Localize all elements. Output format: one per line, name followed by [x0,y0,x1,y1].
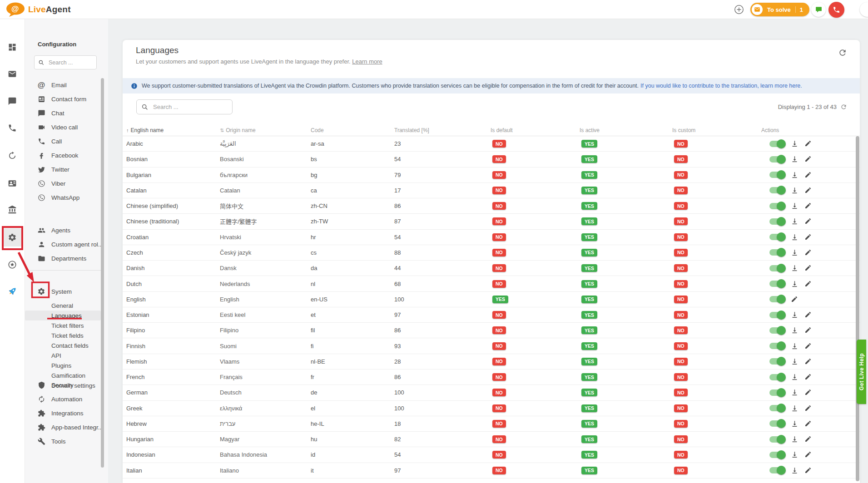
sidebar-search-input[interactable] [48,59,93,66]
sidebar-item-chat[interactable]: Chat [25,106,108,120]
active-toggle[interactable] [769,467,785,473]
edit-button[interactable] [804,404,812,412]
sidebar-item-video-call[interactable]: Video call [25,120,108,134]
edit-button[interactable] [804,451,812,458]
active-toggle[interactable] [769,172,785,178]
active-toggle[interactable] [769,343,785,349]
active-toggle[interactable] [769,327,785,334]
download-button[interactable] [791,264,799,272]
download-button[interactable] [791,155,799,163]
download-button[interactable] [791,217,799,225]
rail-item-dashboard[interactable] [6,41,19,54]
download-button[interactable] [791,404,799,412]
column-header-code[interactable]: Code [311,127,394,133]
refresh-icon[interactable] [838,48,847,57]
sidebar-item-custom-agent-rol[interactable]: Custom agent rol... [25,237,108,251]
sidebar-item-automation[interactable]: Automation [25,392,108,406]
active-toggle[interactable] [769,234,785,240]
download-button[interactable] [791,467,799,474]
sidebar-item-facebook[interactable]: Facebook [25,148,108,163]
active-toggle[interactable] [769,156,785,163]
sidebar-item-whatsapp[interactable]: WhatsApp [25,191,108,205]
active-toggle[interactable] [769,249,785,256]
download-button[interactable] [791,233,799,241]
download-button[interactable] [791,202,799,210]
get-live-help-tab[interactable]: Get Live Help [857,340,866,404]
active-toggle[interactable] [769,420,785,427]
download-button[interactable] [791,451,799,458]
table-search-input[interactable] [152,103,228,111]
download-button[interactable] [791,373,799,381]
sidebar-item-security[interactable]: Security [25,378,108,392]
column-header-translated[interactable]: Translated [%] [394,127,491,133]
rail-item-phone[interactable] [6,122,19,134]
rail-item-chat-bubble[interactable] [6,95,19,108]
rail-item-rocket[interactable] [6,285,19,298]
active-toggle[interactable] [769,389,785,396]
sidebar-item-ticket-fields[interactable]: Ticket fields [25,330,108,340]
download-button[interactable] [791,358,799,365]
active-toggle[interactable] [769,281,785,287]
sidebar-item-ticket-filters[interactable]: Ticket filters [25,320,108,330]
edit-button[interactable] [791,296,799,303]
edit-button[interactable] [804,435,812,443]
download-button[interactable] [791,435,799,443]
active-toggle[interactable] [769,141,785,147]
download-button[interactable] [791,187,799,194]
rail-item-star-circle[interactable] [6,258,19,271]
edit-button[interactable] [804,155,812,163]
learn-more-link[interactable]: Learn more [352,58,382,65]
sidebar-item-agents[interactable]: Agents [25,223,108,237]
download-button[interactable] [791,342,799,350]
sidebar-item-contact-form[interactable]: Contact form [25,92,108,106]
plus-circle-icon[interactable] [734,5,744,15]
download-button[interactable] [791,249,799,256]
rail-item-gear[interactable] [3,228,21,246]
sidebar-item-departments[interactable]: Departments [25,251,108,266]
to-solve-button[interactable]: To solve 1 [750,3,809,16]
sidebar-search[interactable] [34,55,97,69]
active-toggle[interactable] [769,296,785,302]
rail-item-mail[interactable] [6,68,19,80]
edit-button[interactable] [804,202,812,210]
sidebar-item-integrations[interactable]: Integrations [25,406,108,420]
edit-button[interactable] [804,280,812,288]
active-toggle[interactable] [769,203,785,209]
sidebar-item-general[interactable]: General [25,301,108,310]
sidebar-item-plugins[interactable]: Plugins [25,360,108,370]
sidebar-scrollbar[interactable] [101,78,104,468]
download-button[interactable] [791,389,799,396]
table-search[interactable] [136,99,233,114]
active-toggle[interactable] [769,374,785,380]
sidebar-item-languages[interactable]: Languages [25,310,101,320]
edit-button[interactable] [804,467,812,474]
edit-button[interactable] [804,187,812,194]
rail-item-bank[interactable] [6,203,19,216]
refresh-icon[interactable] [840,104,847,110]
edit-button[interactable] [804,249,812,256]
edit-button[interactable] [804,358,812,365]
edit-button[interactable] [804,264,812,272]
sidebar-item-viber[interactable]: Viber [25,177,108,191]
active-toggle[interactable] [769,265,785,271]
download-button[interactable] [791,326,799,334]
rail-item-contact-card[interactable] [6,177,19,190]
edit-button[interactable] [804,140,812,148]
active-toggle[interactable] [769,452,785,458]
rail-item-history[interactable] [6,149,19,162]
edit-button[interactable] [804,311,812,319]
edit-button[interactable] [804,326,812,334]
active-toggle[interactable] [769,405,785,411]
chat-status-button[interactable] [811,2,826,17]
active-toggle[interactable] [769,436,785,443]
table-scrollbar[interactable] [856,136,859,481]
sidebar-item-email[interactable]: @Email [25,78,108,92]
column-header-english-name[interactable]: ↑English name [126,127,220,133]
download-button[interactable] [791,420,799,428]
edit-button[interactable] [804,217,812,225]
sidebar-item-system[interactable]: System [25,286,108,297]
phone-status-button[interactable] [828,2,844,18]
download-button[interactable] [791,311,799,319]
sidebar-item-contact-fields[interactable]: Contact fields [25,340,108,350]
edit-button[interactable] [804,373,812,381]
